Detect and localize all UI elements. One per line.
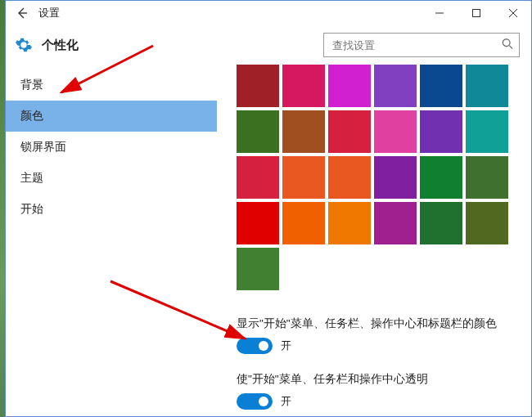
color-swatch[interactable] [328,110,371,153]
color-swatch[interactable] [328,156,371,199]
toggle-transparent[interactable] [237,393,273,410]
titlebar: 设置 [6,1,531,25]
color-swatch[interactable] [374,65,417,107]
color-swatch[interactable] [282,65,325,107]
color-swatch[interactable] [282,202,325,244]
sidebar-item-0[interactable]: 背景 [6,70,217,101]
color-swatch[interactable] [237,156,279,199]
window-title: 设置 [38,6,60,20]
window-controls [421,1,531,25]
setting-label: 使"开始"菜单、任务栏和操作中心透明 [237,372,518,387]
toggle-state: 开 [281,339,291,353]
color-swatch[interactable] [420,156,462,199]
sidebar-item-3[interactable]: 主题 [6,163,217,194]
color-swatch[interactable] [420,202,462,244]
color-swatch[interactable] [420,110,462,153]
color-swatch[interactable] [237,65,279,107]
color-swatch[interactable] [237,110,279,153]
toggle-show-color[interactable] [237,338,273,354]
toggle-row: 开 [237,393,518,410]
color-swatch[interactable] [466,110,508,153]
color-swatch[interactable] [374,110,417,153]
sidebar-item-4[interactable]: 开始 [6,194,217,225]
minimize-button[interactable] [421,1,458,25]
settings-window: 设置 个性化 背景颜色锁屏界面主题开始 显示"开始"菜单、任务栏、操作中心和标题… [5,0,532,417]
color-swatch[interactable] [466,65,508,107]
color-swatch[interactable] [282,110,325,153]
search-wrap [323,33,520,57]
setting-show-color: 显示"开始"菜单、任务栏、操作中心和标题栏的颜色 开 [237,316,518,354]
color-swatch[interactable] [420,65,462,107]
maximize-button[interactable] [458,1,494,25]
back-button[interactable] [6,1,38,25]
page-title: 个性化 [42,38,79,53]
toggle-state: 开 [281,394,291,409]
sidebar-item-2[interactable]: 锁屏界面 [6,132,217,163]
color-swatch[interactable] [466,202,508,244]
color-swatch[interactable] [237,248,279,290]
color-swatch[interactable] [466,156,508,199]
close-button[interactable] [494,1,531,25]
color-swatch[interactable] [374,156,417,199]
toggle-row: 开 [237,338,518,354]
body: 背景颜色锁屏界面主题开始 显示"开始"菜单、任务栏、操作中心和标题栏的颜色 开 … [6,65,531,416]
color-swatch[interactable] [374,202,417,244]
color-swatch[interactable] [328,202,371,244]
header: 个性化 [6,25,531,65]
gear-icon [14,35,34,55]
setting-transparent: 使"开始"菜单、任务栏和操作中心透明 开 [237,372,518,410]
color-swatch-grid [237,65,518,290]
setting-label: 显示"开始"菜单、任务栏、操作中心和标题栏的颜色 [237,316,518,331]
sidebar: 背景颜色锁屏界面主题开始 [6,65,217,416]
arrow-left-icon [16,7,29,20]
svg-rect-2 [472,10,480,17]
color-swatch[interactable] [237,202,279,244]
color-swatch[interactable] [282,156,325,199]
color-swatch[interactable] [328,65,371,107]
content: 显示"开始"菜单、任务栏、操作中心和标题栏的颜色 开 使"开始"菜单、任务栏和操… [217,65,531,416]
search-input[interactable] [323,33,520,57]
sidebar-item-1[interactable]: 颜色 [6,101,217,132]
